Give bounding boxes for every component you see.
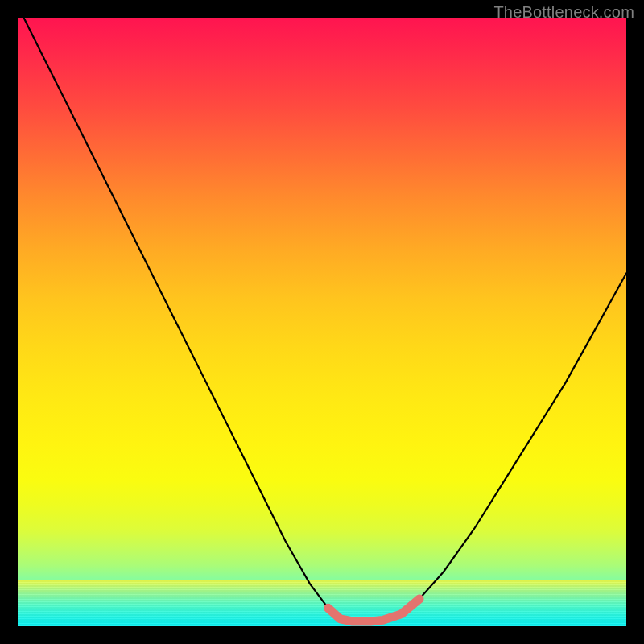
curve-layer (18, 18, 626, 626)
bottleneck-curve (18, 18, 626, 621)
bottleneck-chart: TheBottleneck.com (0, 0, 644, 644)
optimal-highlight (328, 599, 419, 621)
watermark-text: TheBottleneck.com (493, 3, 634, 22)
plot-area (18, 18, 626, 626)
